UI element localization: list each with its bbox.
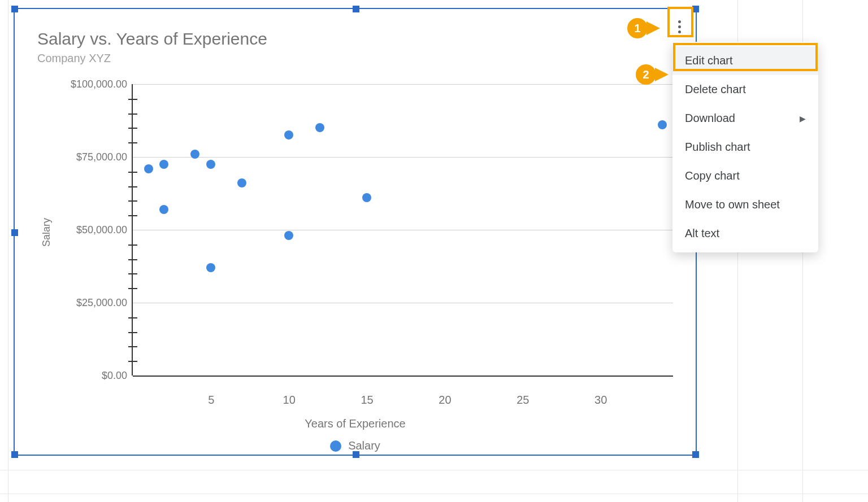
gridline — [133, 376, 673, 377]
menu-item-label: Edit chart — [685, 54, 732, 67]
tutorial-callout-1: 1 — [627, 18, 648, 38]
menu-item-label: Download — [685, 112, 735, 125]
y-minor-tick — [128, 332, 137, 333]
tutorial-callout-2: 2 — [636, 64, 656, 85]
resize-handle-bottom-right[interactable] — [692, 451, 699, 458]
x-tick-label: 10 — [283, 394, 296, 407]
chart-object[interactable]: Salary vs. Years of Experience Company X… — [14, 8, 697, 456]
data-point — [144, 164, 153, 173]
menu-item-label: Publish chart — [685, 141, 750, 154]
y-minor-tick — [128, 361, 137, 362]
menu-item-label: Copy chart — [685, 169, 740, 182]
legend-label: Salary — [348, 439, 380, 452]
data-point — [159, 205, 168, 214]
data-point — [362, 193, 371, 202]
resize-handle-top-right[interactable] — [692, 6, 699, 12]
resize-handle-top-middle[interactable] — [353, 6, 359, 12]
data-point — [284, 130, 293, 139]
menu-item-edit-chart[interactable]: Edit chart — [672, 46, 818, 75]
resize-handle-middle-left[interactable] — [11, 229, 18, 236]
y-minor-tick — [128, 142, 137, 143]
menu-item-alt-text[interactable]: Alt text — [672, 219, 818, 248]
more-vertical-icon — [678, 19, 681, 34]
y-axis-title: Salary — [37, 74, 53, 390]
menu-item-delete-chart[interactable]: Delete chart — [672, 75, 818, 104]
y-tick-label: $100,000.00 — [71, 78, 127, 90]
y-tick-label: $25,000.00 — [76, 297, 127, 309]
resize-handle-bottom-middle[interactable] — [353, 451, 359, 458]
x-tick-label: 30 — [594, 394, 607, 407]
chart-context-menu: Edit chartDelete chartDownload▶Publish c… — [672, 42, 818, 252]
x-tick-label: 20 — [439, 394, 451, 407]
y-minor-tick — [128, 128, 137, 129]
x-tick-label: 15 — [361, 394, 373, 407]
chart-more-options-button[interactable] — [670, 17, 689, 36]
menu-item-publish-chart[interactable]: Publish chart — [672, 133, 818, 161]
data-point — [190, 150, 199, 159]
x-axis-title: Years of Experience — [37, 417, 673, 430]
y-minor-tick — [128, 273, 137, 274]
gridline — [133, 157, 673, 158]
y-minor-tick — [128, 215, 137, 216]
gridline — [133, 303, 673, 303]
y-axis-tick-labels: $0.00$25,000.00$50,000.00$75,000.00$100,… — [53, 74, 132, 390]
chart-legend: Salary — [37, 439, 673, 452]
data-point — [658, 120, 667, 129]
y-minor-tick — [128, 114, 137, 115]
y-minor-tick — [128, 200, 137, 202]
menu-item-download[interactable]: Download▶ — [672, 104, 818, 133]
y-minor-tick — [128, 317, 137, 318]
x-axis-tick-labels: 51015202530 — [133, 390, 673, 411]
gridline — [133, 230, 673, 230]
data-point — [206, 160, 215, 169]
y-tick-label: $0.00 — [102, 370, 127, 382]
y-minor-tick — [128, 186, 137, 187]
chart-title: Salary vs. Years of Experience — [37, 29, 673, 49]
menu-item-move-to-own-sheet[interactable]: Move to own sheet — [672, 190, 818, 219]
data-point — [206, 263, 215, 272]
data-point — [237, 178, 246, 187]
resize-handle-bottom-left[interactable] — [11, 451, 18, 458]
resize-handle-top-left[interactable] — [11, 6, 18, 12]
data-point — [159, 160, 168, 169]
chart-subtitle: Company XYZ — [37, 52, 673, 65]
x-tick-label: 5 — [208, 394, 214, 407]
menu-item-copy-chart[interactable]: Copy chart — [672, 161, 818, 190]
menu-item-label: Alt text — [685, 227, 719, 240]
y-minor-tick — [128, 172, 137, 173]
y-minor-tick — [128, 245, 137, 246]
y-minor-tick — [128, 288, 137, 289]
gridline — [133, 84, 673, 85]
y-minor-tick — [128, 259, 137, 260]
x-tick-label: 25 — [517, 394, 529, 407]
menu-item-label: Delete chart — [685, 83, 746, 96]
submenu-caret-icon: ▶ — [800, 114, 806, 123]
y-minor-tick — [128, 346, 137, 347]
y-minor-tick — [128, 99, 137, 100]
menu-item-label: Move to own sheet — [685, 198, 780, 211]
legend-swatch — [330, 440, 341, 452]
data-point — [284, 231, 293, 240]
plot-area — [132, 74, 673, 390]
y-tick-label: $50,000.00 — [76, 224, 127, 236]
data-point — [315, 123, 324, 132]
y-tick-label: $75,000.00 — [76, 151, 127, 163]
